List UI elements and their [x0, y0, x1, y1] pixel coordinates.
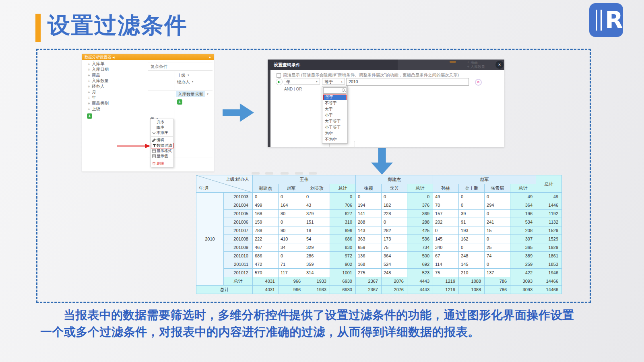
table-cell: 71 — [279, 260, 304, 269]
field-label: 入库日期 — [92, 67, 109, 72]
dialog-left-edge — [268, 60, 270, 147]
menu-item-format[interactable]: 显示格式 — [151, 148, 173, 154]
table-cell: 14466 — [536, 286, 562, 294]
field-tree-item[interactable]: +经办人 — [86, 84, 147, 89]
faded-tab — [265, 172, 273, 175]
remove-condition-button[interactable]: ✕ — [475, 79, 482, 86]
table-cell: 241 — [485, 218, 510, 226]
field-tree-item[interactable]: +入库数量 — [86, 78, 147, 84]
table-cell: 222 — [253, 235, 279, 243]
dropdown-search-input[interactable] — [323, 87, 347, 94]
field-tree-item[interactable]: +上级 — [86, 106, 147, 112]
operator-select[interactable]: 等于▲ — [322, 78, 345, 85]
table-cell: 208 — [510, 226, 536, 235]
table-row: 2010082224105468636317353614516203071529 — [196, 235, 562, 243]
table-cell: 686 — [330, 235, 356, 243]
menu-item-check[interactable]: 不排序 — [151, 130, 173, 136]
month-cell: 201004 — [224, 201, 253, 210]
faded-tab — [295, 172, 303, 175]
operator-option[interactable]: 小于等于 — [323, 124, 347, 130]
field-tree-item[interactable]: +入库日期 — [86, 67, 147, 72]
slide: 设置过滤条件 R 数据分析设置器 ◀ ▲ +入库单+入库日期+商品+入库数量+经… — [0, 0, 644, 362]
table-cell: 365 — [510, 243, 536, 252]
menu-item-label: 数据过滤 — [157, 143, 172, 148]
table-cell: 2076 — [382, 277, 407, 286]
menu-item-label: 显示值 — [157, 154, 168, 159]
table-row: 2010125701173141001275248523752101374221… — [196, 269, 562, 277]
table-cell: 363 — [356, 235, 382, 243]
table-cell: 91 — [459, 218, 485, 226]
operator-option[interactable]: 大于等于 — [323, 118, 347, 124]
operator-option[interactable]: 不等于 — [323, 100, 347, 106]
table-cell: 6930 — [330, 286, 356, 294]
table-cell: 74 — [485, 252, 510, 260]
field-tree-item[interactable]: +商品类别 — [86, 101, 147, 106]
menu-item-trash[interactable]: 删除 — [151, 161, 173, 166]
move-icon: + — [86, 84, 92, 89]
collapse-left-icon[interactable]: ◀ — [112, 56, 114, 59]
menu-item-none[interactable]: 降序 — [151, 125, 173, 130]
table-cell: 364 — [382, 252, 407, 260]
menu-item-none[interactable]: 升序 — [151, 120, 173, 125]
or-link[interactable]: OR — [296, 87, 302, 91]
table-cell: 0 — [459, 193, 485, 201]
add-field-button[interactable]: + — [87, 113, 92, 119]
table-cell: 0 — [459, 243, 485, 252]
menu-item-edit[interactable]: 编辑 — [151, 138, 173, 143]
table-cell: 1529 — [536, 226, 562, 235]
operator-option[interactable]: 大于 — [323, 106, 347, 112]
table-cell: 467 — [253, 243, 279, 252]
table-cell: 0 — [485, 260, 510, 269]
grand-total-label: 总计 — [196, 286, 253, 294]
year-cell: 2010 — [196, 193, 224, 286]
table-cell: 0 — [485, 193, 510, 201]
person-header: 李芳 — [382, 184, 407, 193]
menu-item-label: 删除 — [157, 161, 164, 166]
field-tree-item[interactable]: +商品 — [86, 72, 147, 78]
table-cell: 117 — [279, 269, 304, 277]
field-tree-item[interactable]: +入库单 — [86, 61, 147, 67]
table-cell: 534 — [510, 218, 536, 226]
menu-item-value[interactable]: 显示值 — [151, 154, 173, 159]
operator-option[interactable]: 等于 — [323, 95, 347, 100]
condition-value-input[interactable]: 2010 — [346, 78, 469, 86]
menu-item-filter[interactable]: 数据过滤 — [151, 143, 173, 148]
table-cell: 902 — [330, 260, 356, 269]
dialog-title: 设置查询条件 — [274, 62, 300, 68]
table-row: 201004499164437061941823767002943641446 — [196, 201, 562, 210]
corner-cell: 上级:经办人年:月 — [196, 175, 253, 193]
table-cell: 422 — [510, 269, 536, 277]
table-cell: 1132 — [536, 218, 562, 226]
menu-item-label: 降序 — [157, 125, 164, 130]
operator-option[interactable]: 不为空 — [323, 136, 347, 142]
operator-option[interactable]: 为空 — [323, 130, 347, 136]
collapse-up-icon[interactable]: ▲ — [208, 54, 211, 60]
table-cell: 248 — [382, 269, 407, 277]
field-tree-item[interactable]: +年 — [86, 95, 147, 101]
col-dim-jingbanren[interactable]: 经办人 — [177, 79, 194, 85]
table-cell: 286 — [304, 252, 330, 260]
table-cell: 193 — [459, 226, 485, 235]
month-cell: 201010 — [224, 252, 253, 260]
table-cell: 734 — [407, 243, 433, 252]
add-measure-button[interactable]: + — [177, 99, 182, 105]
col-dim-shangji[interactable]: 上级 — [177, 73, 190, 78]
dialog-close-button[interactable]: ✕ — [495, 61, 504, 69]
table-row: 201010686028697213636450067248743891861 — [196, 252, 562, 260]
table-cell: 0 — [356, 193, 382, 201]
measure-chip[interactable]: 入库数量求和 — [176, 92, 209, 97]
menu-item-label: 编辑 — [157, 138, 164, 143]
table-row: 2010201003000000049004949 — [196, 193, 562, 201]
simple-display-checkbox[interactable] — [277, 73, 281, 78]
table-cell: 75 — [433, 269, 459, 277]
table-cell: 0 — [382, 218, 407, 226]
table-header-row: 上级:经办人年:月王伟郑建杰赵军总计 — [196, 175, 562, 184]
table-cell: 168 — [356, 260, 382, 269]
and-link[interactable]: AND — [284, 87, 293, 91]
operator-dropdown: 等于不等于大于小于大于等于小于等于为空不为空 — [322, 86, 348, 144]
faded-field-label: 商品 — [467, 60, 485, 65]
operator-option[interactable]: 小于 — [323, 112, 347, 118]
field-select[interactable]: 年▼ — [284, 78, 320, 85]
field-tree-item[interactable]: +月 — [86, 89, 147, 95]
table-cell: 788 — [253, 226, 279, 235]
